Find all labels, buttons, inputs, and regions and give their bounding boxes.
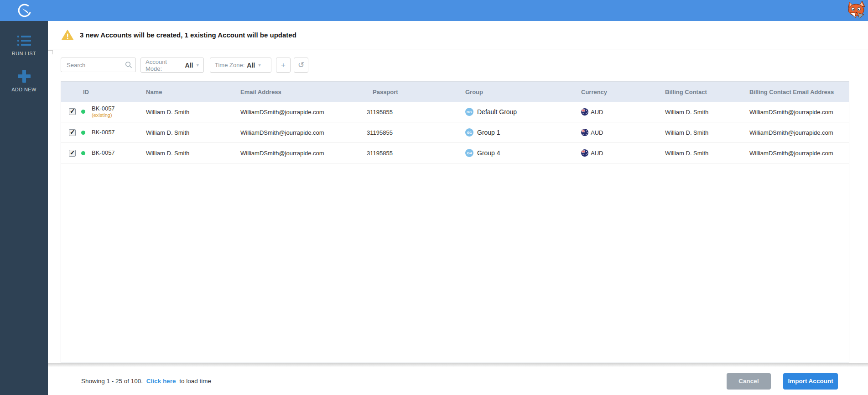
billing-contact-email: WilliamDSmith@jourrapide.com <box>744 129 849 136</box>
billing-contact-email: WilliamDSmith@jourrapide.com <box>744 109 849 116</box>
chevron-down-icon: ▾ <box>258 62 261 68</box>
time-zone-label: Time Zone: <box>215 62 244 68</box>
reset-icon: ↺ <box>298 60 304 70</box>
magnifier-icon <box>125 61 132 68</box>
filter-toolbar: Account Mode: All ▾ Time Zone: All ▾ + ↺ <box>61 58 312 73</box>
australia-flag-icon <box>581 149 588 157</box>
status-dot-green <box>81 131 85 135</box>
reset-filters-button[interactable]: ↺ <box>294 58 308 73</box>
account-email: WilliamDSmith@jourrapide.com <box>234 109 361 116</box>
warning-bar: 3 new Accounts will be created, 1 existi… <box>48 21 868 49</box>
group-badge: G1 <box>465 128 473 137</box>
account-passport: 31195855 <box>361 150 457 157</box>
australia-flag-icon <box>581 108 588 116</box>
status-dot-green <box>81 110 85 114</box>
sidebar-item-label: RUN LIST <box>12 51 36 56</box>
top-bar <box>0 0 868 21</box>
load-time-suffix: to load time <box>179 378 211 384</box>
app-logo-icon <box>16 2 33 19</box>
run-list-icon <box>17 35 31 47</box>
accounts-table: ID Name Email Address Passport Group Cur… <box>61 81 849 363</box>
australia-flag-icon <box>581 129 588 136</box>
sidebar-item-run-list[interactable]: RUN LIST <box>0 35 48 56</box>
billing-contact-email: WilliamDSmith@jourrapide.com <box>744 150 849 157</box>
account-name: William D. Smith <box>140 150 234 157</box>
account-id: BK-0057 <box>92 150 115 157</box>
pagination-status: Showing 1 - 25 of 100. Click here to loa… <box>81 378 211 384</box>
group-name: Default Group <box>477 108 517 116</box>
account-mode-label: Account Mode: <box>146 58 183 72</box>
account-passport: 31195855 <box>361 109 457 116</box>
column-header-email: Email Address <box>234 89 361 95</box>
warning-triangle-icon <box>62 30 73 41</box>
status-dot-green <box>81 151 85 155</box>
footer-bar: Showing 1 - 25 of 100. Click here to loa… <box>48 363 868 395</box>
account-mode-dropdown[interactable]: Account Mode: All ▾ <box>140 58 204 73</box>
account-id-note: (existing) <box>92 112 115 118</box>
column-header-currency: Currency <box>575 89 660 95</box>
account-id: BK-0057 <box>92 129 115 136</box>
plus-icon: + <box>281 61 286 70</box>
table-row: BK-0057 (existing) William D. Smith Will… <box>61 102 849 122</box>
account-name: William D. Smith <box>140 129 234 136</box>
account-email: WilliamDSmith@jourrapide.com <box>234 150 361 157</box>
search-field-wrap <box>61 58 136 72</box>
time-zone-value: All <box>247 62 255 69</box>
row-checkbox[interactable] <box>69 150 76 157</box>
billing-contact: William D. Smith <box>660 109 744 116</box>
sidebar: RUN LIST ADD NEW <box>0 0 48 395</box>
column-header-billing-email: Billing Contact Email Address <box>744 89 849 95</box>
column-header-name: Name <box>140 89 234 95</box>
footer-top-shadow <box>48 363 868 367</box>
fox-mascot-image <box>846 1 867 19</box>
showing-text: Showing 1 - 25 of 100. <box>81 378 143 384</box>
account-name: William D. Smith <box>140 109 234 116</box>
app-logo[interactable] <box>0 0 48 21</box>
add-filter-button[interactable]: + <box>276 58 291 73</box>
table-header-row: ID Name Email Address Passport Group Cur… <box>61 82 849 102</box>
currency-code: AUD <box>591 109 603 116</box>
currency-code: AUD <box>591 150 603 157</box>
column-header-billing-contact: Billing Contact <box>660 89 744 95</box>
warning-message: 3 new Accounts will be created, 1 existi… <box>80 31 296 39</box>
column-header-group: Group <box>457 89 575 95</box>
group-badge: G4 <box>465 149 473 157</box>
table-body: BK-0057 (existing) William D. Smith Will… <box>61 102 849 163</box>
import-account-button[interactable]: Import Account <box>783 373 838 390</box>
time-zone-dropdown[interactable]: Time Zone: All ▾ <box>210 58 271 73</box>
table-row: BK-0057 William D. Smith WilliamDSmith@j… <box>61 143 849 163</box>
panel-corner-divider <box>48 50 53 54</box>
column-header-passport: Passport <box>361 89 457 95</box>
sidebar-item-add-new[interactable]: ADD NEW <box>0 70 48 92</box>
load-time-link[interactable]: Click here <box>146 378 176 384</box>
table-row: BK-0057 William D. Smith WilliamDSmith@j… <box>61 122 849 143</box>
account-passport: 31195855 <box>361 129 457 136</box>
account-mode-value: All <box>185 62 193 69</box>
chevron-down-icon: ▾ <box>196 62 199 68</box>
group-name: Group 1 <box>477 129 500 136</box>
billing-contact: William D. Smith <box>660 129 744 136</box>
currency-code: AUD <box>591 129 603 136</box>
account-id: BK-0057 <box>92 105 115 112</box>
account-email: WilliamDSmith@jourrapide.com <box>234 129 361 136</box>
sidebar-item-label: ADD NEW <box>11 87 36 92</box>
group-name: Group 4 <box>477 149 500 157</box>
row-checkbox[interactable] <box>69 129 76 136</box>
row-checkbox[interactable] <box>69 108 76 115</box>
cancel-button[interactable]: Cancel <box>727 373 771 390</box>
add-new-plus-icon <box>18 70 31 83</box>
column-header-id: ID <box>61 89 140 95</box>
billing-contact: William D. Smith <box>660 150 744 157</box>
group-badge: DG <box>465 108 473 116</box>
